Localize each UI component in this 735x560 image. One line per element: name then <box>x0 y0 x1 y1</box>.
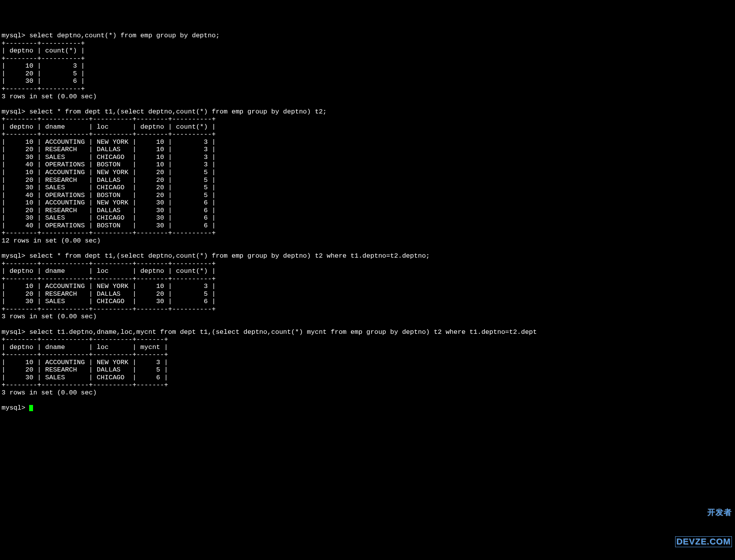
table-border: +--------+----------+ <box>2 55 85 62</box>
result-footer: 3 rows in set (0.00 sec) <box>2 389 97 396</box>
watermark: 开发者 DEVZE.COM <box>675 488 732 557</box>
table-row: | 10 | ACCOUNTING | NEW YORK | 3 | <box>2 359 168 366</box>
query-1: select deptno,count(*) from emp group by… <box>29 32 220 39</box>
table-row: | 30 | SALES | CHICAGO | 6 | <box>2 374 168 381</box>
table-row: | 30 | SALES | CHICAGO | 30 | 6 | <box>2 214 216 222</box>
result-footer: 3 rows in set (0.00 sec) <box>2 313 97 320</box>
table-border: +--------+----------+ <box>2 40 85 47</box>
table-border: +--------+------------+----------+------… <box>2 229 216 237</box>
table-border: +--------+------------+----------+------… <box>2 381 168 389</box>
watermark-top: 开发者 <box>675 508 732 517</box>
table-row: | 10 | 3 | <box>2 62 85 70</box>
query-4: select t1.deptno,dname,loc,mycnt from de… <box>29 328 537 336</box>
table-row: | 10 | ACCOUNTING | NEW YORK | 30 | 6 | <box>2 199 216 206</box>
table-row: | 10 | ACCOUNTING | NEW YORK | 10 | 3 | <box>2 138 216 146</box>
table-border: +--------+------------+----------+------… <box>2 351 168 358</box>
table-row: | 40 | OPERATIONS | BOSTON | 10 | 3 | <box>2 161 216 168</box>
table-border: +--------+------------+----------+------… <box>2 115 216 123</box>
table-border: +--------+------------+----------+------… <box>2 275 216 283</box>
watermark-bottom: DEVZE.COM <box>675 536 732 547</box>
table-row: | 20 | RESEARCH | DALLAS | 10 | 3 | <box>2 146 216 153</box>
prompt: mysql> <box>2 32 25 39</box>
table-border: +--------+------------+----------+------… <box>2 305 216 313</box>
result-footer: 3 rows in set (0.00 sec) <box>2 93 97 100</box>
table-row: | 40 | OPERATIONS | BOSTON | 30 | 6 | <box>2 222 216 229</box>
query-3: select * from dept t1,(select deptno,cou… <box>29 252 429 260</box>
prompt: mysql> <box>2 252 25 260</box>
table-row: | 20 | RESEARCH | DALLAS | 20 | 5 | <box>2 176 216 184</box>
table-header: | deptno | dname | loc | deptno | count(… <box>2 267 216 275</box>
result-footer: 12 rows in set (0.00 sec) <box>2 237 101 244</box>
table-header: | deptno | count(*) | <box>2 47 85 54</box>
prompt: mysql> <box>2 404 29 412</box>
table-row: | 30 | 6 | <box>2 77 85 85</box>
table-border: +--------+------------+----------+------… <box>2 131 216 138</box>
table-row: | 10 | ACCOUNTING | NEW YORK | 10 | 3 | <box>2 283 216 290</box>
table-row: | 30 | SALES | CHICAGO | 20 | 5 | <box>2 184 216 191</box>
terminal-output[interactable]: mysql> select deptno,count(*) from emp g… <box>2 32 733 412</box>
table-row: | 40 | OPERATIONS | BOSTON | 20 | 5 | <box>2 192 216 199</box>
prompt: mysql> <box>2 108 25 115</box>
table-row: | 30 | SALES | CHICAGO | 30 | 6 | <box>2 298 216 305</box>
table-row: | 20 | RESEARCH | DALLAS | 30 | 6 | <box>2 207 216 214</box>
table-header: | deptno | dname | loc | deptno | count(… <box>2 123 216 131</box>
table-row: | 20 | RESEARCH | DALLAS | 20 | 5 | <box>2 290 216 298</box>
table-border: +--------+----------+ <box>2 85 85 92</box>
table-border: +--------+------------+----------+------… <box>2 336 168 343</box>
table-border: +--------+------------+----------+------… <box>2 260 216 267</box>
query-2: select * from dept t1,(select deptno,cou… <box>29 108 326 115</box>
table-row: | 20 | 5 | <box>2 70 85 77</box>
prompt: mysql> <box>2 328 25 336</box>
cursor-icon <box>29 405 33 411</box>
table-header: | deptno | dname | loc | mycnt | <box>2 344 168 351</box>
table-row: | 30 | SALES | CHICAGO | 10 | 3 | <box>2 154 216 161</box>
table-row: | 10 | ACCOUNTING | NEW YORK | 20 | 5 | <box>2 169 216 176</box>
table-row: | 20 | RESEARCH | DALLAS | 5 | <box>2 366 168 373</box>
